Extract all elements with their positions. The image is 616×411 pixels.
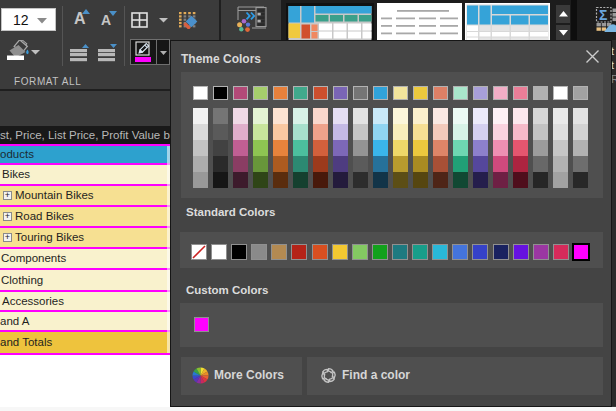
svg-text:Σ: Σ <box>599 7 607 23</box>
